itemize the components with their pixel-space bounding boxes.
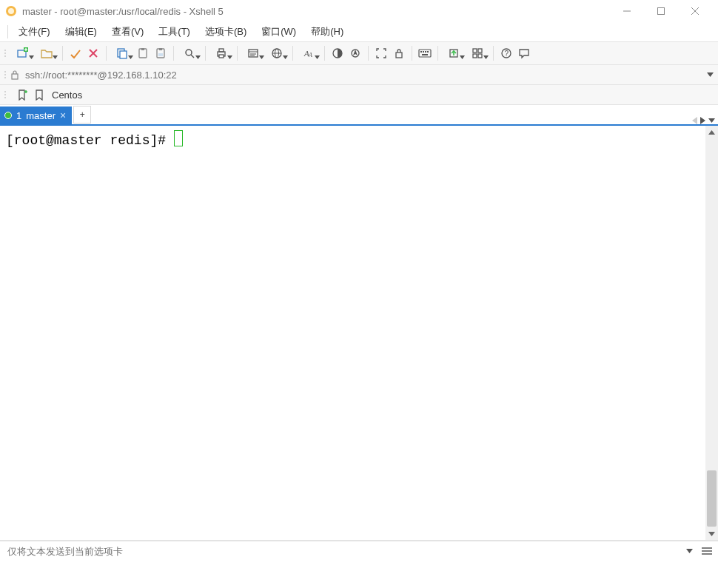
compose-target-dropdown[interactable]	[686, 549, 693, 553]
svg-marker-33	[259, 55, 264, 59]
toolbar-separator	[173, 46, 174, 61]
web-button[interactable]	[266, 45, 288, 61]
svg-rect-21	[158, 53, 163, 56]
fullscreen-button[interactable]	[373, 45, 389, 61]
svg-rect-54	[478, 49, 482, 53]
add-bookmark-icon[interactable]	[16, 89, 28, 101]
find-button[interactable]	[178, 45, 201, 61]
menu-tools[interactable]: 工具(T)	[152, 24, 196, 40]
toolbar-separator	[237, 46, 238, 61]
svg-marker-65	[700, 117, 705, 124]
scroll-thumb[interactable]	[707, 470, 717, 527]
bookmark-centos[interactable]: Centos	[52, 89, 82, 101]
svg-rect-20	[159, 48, 162, 50]
tab-strip: 1 master × +	[0, 105, 718, 126]
tab-master[interactable]: 1 master ×	[0, 107, 72, 124]
compose-menu-icon[interactable]	[699, 543, 715, 559]
tab-label: master	[26, 110, 56, 121]
tab-index: 1	[16, 110, 21, 121]
feedback-button[interactable]	[516, 45, 532, 61]
terminal-prompt: [root@master redis]#	[6, 133, 174, 148]
close-button[interactable]	[678, 0, 712, 22]
toolbar-separator	[324, 46, 325, 61]
svg-marker-67	[708, 130, 715, 135]
status-bar	[0, 541, 718, 561]
menu-view[interactable]: 查看(V)	[106, 24, 150, 40]
toolbar-separator	[205, 46, 206, 61]
toolbar-separator	[437, 46, 438, 61]
toolbar-separator	[412, 46, 412, 61]
svg-marker-10	[29, 55, 34, 59]
tab-close-icon[interactable]: ×	[60, 110, 66, 121]
svg-line-23	[191, 55, 194, 58]
open-session-button[interactable]	[36, 45, 58, 61]
minimize-button[interactable]	[610, 0, 644, 22]
menu-bar: 文件(F) 编辑(E) 查看(V) 工具(T) 选项卡(B) 窗口(W) 帮助(…	[0, 22, 718, 41]
svg-rect-3	[658, 8, 665, 15]
favbar-grip	[4, 91, 9, 98]
svg-rect-46	[423, 51, 424, 53]
disconnect-button[interactable]	[85, 45, 101, 61]
svg-marker-24	[195, 55, 201, 59]
menu-file[interactable]: 文件(F)	[13, 24, 56, 40]
paste-selection-button[interactable]	[152, 45, 169, 61]
tab-status-icon	[4, 112, 12, 119]
vertical-scrollbar[interactable]	[705, 126, 718, 540]
svg-rect-15	[120, 51, 127, 58]
highlight-button[interactable]	[347, 45, 363, 61]
new-tab-button[interactable]: +	[73, 106, 91, 124]
address-text[interactable]: ssh://root:********@192.168.1.10:22	[25, 70, 707, 81]
copy-button[interactable]	[111, 45, 133, 61]
svg-rect-49	[422, 54, 428, 55]
favorites-bar: Centos	[0, 85, 718, 105]
maximize-button[interactable]	[644, 0, 678, 22]
menu-edit[interactable]: 编辑(E)	[59, 24, 103, 40]
print-button[interactable]	[210, 45, 232, 61]
menu-tabs[interactable]: 选项卡(B)	[199, 24, 252, 40]
layout-button[interactable]	[466, 45, 489, 61]
svg-marker-69	[686, 549, 693, 553]
font-button[interactable]: AA	[298, 45, 320, 61]
svg-rect-43	[396, 53, 402, 58]
svg-marker-61	[707, 72, 714, 77]
lock-button[interactable]	[391, 45, 407, 61]
new-session-button[interactable]	[12, 45, 34, 61]
svg-rect-60	[12, 74, 18, 79]
svg-marker-40	[315, 55, 320, 59]
svg-rect-53	[473, 49, 477, 53]
terminal-area: [root@master redis]#	[0, 126, 718, 541]
toolbar-separator	[493, 46, 494, 61]
tab-prev-icon[interactable]	[692, 117, 697, 124]
scroll-down-icon[interactable]	[705, 527, 718, 540]
menu-separator	[7, 25, 8, 38]
bookmark-icon[interactable]	[34, 89, 46, 101]
transfer-button[interactable]	[443, 45, 465, 61]
svg-rect-48	[427, 51, 429, 53]
menu-help[interactable]: 帮助(H)	[305, 24, 349, 40]
tab-list-icon[interactable]	[708, 118, 715, 123]
address-dropdown-icon[interactable]	[707, 72, 714, 77]
svg-marker-57	[483, 55, 489, 59]
app-icon	[4, 4, 18, 18]
color-scheme-button[interactable]	[329, 45, 346, 61]
menu-window[interactable]: 窗口(W)	[255, 24, 302, 40]
svg-rect-18	[141, 48, 144, 50]
svg-rect-47	[425, 51, 426, 53]
addressbar-grip	[4, 71, 9, 78]
svg-marker-52	[460, 55, 465, 59]
tab-next-icon[interactable]	[700, 117, 705, 124]
title-bar: master - root@master:/usr/local/redis - …	[0, 0, 718, 22]
compose-input[interactable]	[3, 541, 683, 561]
keyboard-button[interactable]	[417, 45, 433, 61]
terminal-cursor	[174, 130, 183, 146]
svg-marker-68	[708, 532, 715, 536]
properties-button[interactable]	[242, 45, 264, 61]
svg-marker-66	[708, 118, 715, 123]
terminal[interactable]: [root@master redis]#	[0, 126, 705, 540]
paste-button[interactable]	[135, 45, 151, 61]
help-button[interactable]: ?	[498, 45, 514, 61]
svg-text:?: ?	[505, 50, 509, 58]
scroll-up-icon[interactable]	[705, 126, 718, 138]
reconnect-button[interactable]	[67, 45, 84, 61]
svg-rect-26	[219, 49, 224, 52]
